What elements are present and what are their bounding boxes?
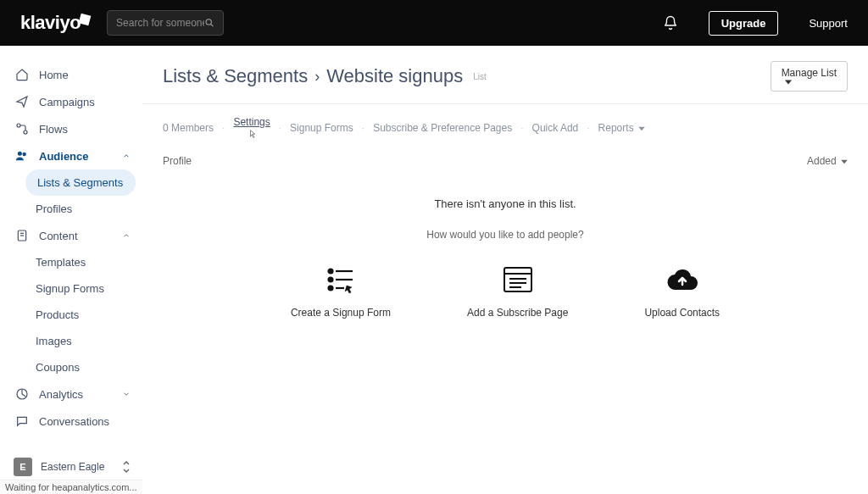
sidebar-label: Conversations bbox=[39, 415, 109, 428]
cloud-upload-icon bbox=[665, 264, 699, 295]
tab-row: 0 Members · Settings · Signup Forms · Su… bbox=[163, 104, 848, 143]
avatar: E bbox=[14, 458, 32, 476]
chevron-up-icon bbox=[122, 231, 131, 240]
empty-subtitle: How would you like to add people? bbox=[163, 229, 848, 241]
logo: klaviyo bbox=[20, 12, 90, 34]
sidebar-label: Content bbox=[39, 230, 78, 242]
sidebar-item-lists-segments[interactable]: Lists & Segments bbox=[25, 169, 136, 196]
col-profile[interactable]: Profile bbox=[163, 155, 192, 167]
upgrade-button[interactable]: Upgrade bbox=[709, 11, 779, 36]
sidebar-item-images[interactable]: Images bbox=[0, 328, 142, 354]
content-area: Lists & Segments › Website signups List … bbox=[142, 46, 868, 494]
sidebar-item-signup-forms[interactable]: Signup Forms bbox=[0, 275, 142, 302]
svg-point-4 bbox=[18, 152, 21, 155]
people-icon bbox=[15, 149, 29, 163]
sidebar-item-analytics[interactable]: Analytics bbox=[0, 380, 142, 408]
svg-marker-11 bbox=[638, 127, 645, 131]
caret-down-icon bbox=[841, 159, 848, 164]
account-name: Eastern Eagle bbox=[41, 461, 104, 473]
chevron-right-icon: › bbox=[314, 68, 320, 86]
svg-marker-10 bbox=[785, 80, 792, 85]
sidebar-item-flows[interactable]: Flows bbox=[0, 115, 142, 142]
sidebar-item-products[interactable]: Products bbox=[0, 302, 142, 328]
search-box[interactable] bbox=[107, 10, 224, 36]
tab-settings[interactable]: Settings bbox=[233, 116, 270, 128]
breadcrumb-parent[interactable]: Lists & Segments bbox=[163, 65, 308, 87]
svg-point-3 bbox=[24, 130, 27, 134]
tab-reports[interactable]: Reports bbox=[598, 122, 645, 134]
sidebar-label: Analytics bbox=[39, 388, 83, 401]
option-label: Upload Contacts bbox=[644, 307, 720, 319]
document-icon bbox=[15, 229, 29, 242]
home-icon bbox=[15, 68, 29, 81]
chevron-down-icon bbox=[122, 390, 131, 398]
option-add-subscribe-page[interactable]: Add a Subscribe Page bbox=[467, 264, 568, 319]
flow-icon bbox=[15, 122, 29, 136]
caret-down-icon bbox=[638, 126, 645, 131]
chevron-up-icon bbox=[122, 152, 131, 160]
svg-point-15 bbox=[328, 278, 332, 282]
list-type-badge: List bbox=[473, 72, 487, 81]
svg-line-1 bbox=[210, 25, 213, 27]
page-icon bbox=[501, 264, 535, 295]
caret-down-icon bbox=[785, 79, 792, 86]
svg-point-17 bbox=[328, 286, 332, 291]
svg-marker-12 bbox=[841, 160, 848, 164]
tab-subscribe-pages[interactable]: Subscribe & Preference Pages bbox=[373, 122, 512, 134]
svg-point-13 bbox=[328, 269, 332, 274]
chat-icon bbox=[15, 414, 29, 428]
page-title: Website signups bbox=[326, 65, 463, 87]
col-added[interactable]: Added bbox=[807, 155, 848, 167]
sidebar-item-campaigns[interactable]: Campaigns bbox=[0, 88, 142, 115]
browser-status: Waiting for heapanalytics.com... bbox=[0, 480, 142, 494]
chart-icon bbox=[15, 387, 29, 401]
sidebar-label: Home bbox=[39, 69, 69, 81]
updown-icon bbox=[122, 460, 131, 474]
manage-list-button[interactable]: Manage List bbox=[771, 61, 848, 92]
form-icon bbox=[324, 264, 358, 295]
send-icon bbox=[15, 95, 29, 108]
tab-members[interactable]: 0 Members bbox=[163, 122, 214, 134]
option-label: Add a Subscribe Page bbox=[467, 307, 568, 319]
cursor-icon bbox=[247, 130, 257, 140]
search-icon bbox=[204, 17, 215, 29]
option-upload-contacts[interactable]: Upload Contacts bbox=[644, 264, 720, 319]
svg-point-5 bbox=[23, 153, 25, 155]
sidebar-label: Flows bbox=[39, 123, 68, 136]
option-create-signup-form[interactable]: Create a Signup Form bbox=[291, 264, 391, 319]
tab-signup-forms[interactable]: Signup Forms bbox=[290, 122, 353, 134]
sidebar-item-content[interactable]: Content bbox=[0, 222, 142, 249]
svg-point-0 bbox=[206, 19, 211, 25]
search-input[interactable] bbox=[116, 17, 204, 29]
account-switcher[interactable]: E Eastern Eagle bbox=[0, 447, 142, 480]
option-label: Create a Signup Form bbox=[291, 307, 391, 319]
sidebar-item-coupons[interactable]: Coupons bbox=[0, 354, 142, 380]
sidebar-label: Campaigns bbox=[39, 96, 95, 108]
column-headers: Profile Added bbox=[163, 143, 848, 172]
sidebar-item-home[interactable]: Home bbox=[0, 61, 142, 88]
breadcrumb: Lists & Segments › Website signups List bbox=[163, 65, 487, 87]
support-link[interactable]: Support bbox=[809, 17, 848, 30]
empty-title: There isn't anyone in this list. bbox=[163, 197, 848, 210]
sidebar-item-audience[interactable]: Audience bbox=[0, 142, 142, 169]
sidebar-item-templates[interactable]: Templates bbox=[0, 249, 142, 275]
empty-state: There isn't anyone in this list. How wou… bbox=[163, 172, 848, 369]
svg-point-2 bbox=[17, 124, 20, 127]
page-header: Lists & Segments › Website signups List … bbox=[163, 61, 848, 92]
top-bar: klaviyo Upgrade Support bbox=[0, 0, 868, 46]
sidebar-item-profiles[interactable]: Profiles bbox=[0, 196, 142, 222]
notifications-icon[interactable] bbox=[663, 15, 678, 31]
sidebar-label: Audience bbox=[39, 150, 89, 163]
tab-quick-add[interactable]: Quick Add bbox=[532, 122, 579, 134]
sidebar-item-conversations[interactable]: Conversations bbox=[0, 408, 142, 435]
sidebar: Home Campaigns Flows Audience Lists & Se… bbox=[0, 46, 142, 494]
